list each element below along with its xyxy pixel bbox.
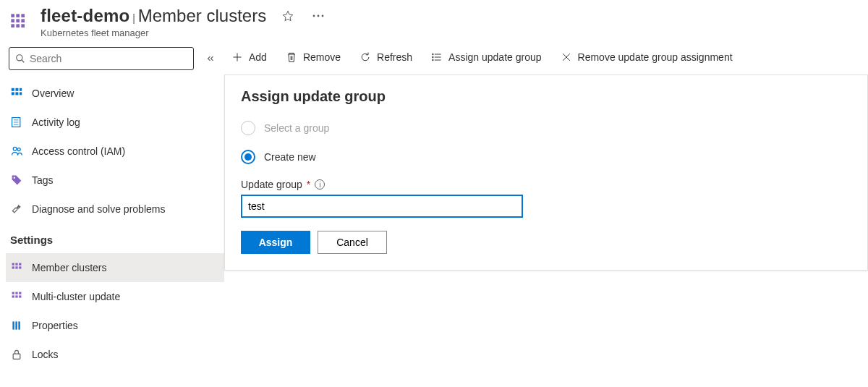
sidebar-item-overview[interactable]: Overview: [6, 79, 224, 108]
plus-icon: [231, 51, 243, 63]
add-button[interactable]: Add: [230, 48, 268, 66]
overview-icon: [10, 87, 23, 100]
svg-rect-17: [15, 92, 18, 95]
command-bar: Add Remove Refresh: [224, 41, 868, 73]
radio-icon: [241, 150, 255, 164]
resource-icon: [9, 12, 30, 33]
sidebar-item-access-control[interactable]: Access control (IAM): [6, 137, 224, 166]
svg-rect-38: [19, 295, 21, 297]
sidebar-item-label: Access control (IAM): [32, 145, 125, 157]
radio-icon: [241, 121, 255, 135]
svg-rect-3: [11, 19, 14, 22]
toolbar-label: Refresh: [377, 51, 412, 63]
main-content: Add Remove Refresh: [224, 41, 868, 387]
refresh-icon: [359, 51, 371, 63]
sidebar-item-diagnose[interactable]: Diagnose and solve problems: [6, 195, 224, 224]
svg-rect-18: [20, 88, 22, 91]
people-icon: [10, 145, 23, 158]
svg-rect-36: [12, 295, 14, 297]
cluster-update-icon: [10, 290, 23, 303]
svg-rect-40: [15, 321, 17, 329]
svg-rect-27: [12, 263, 14, 265]
svg-line-13: [22, 60, 25, 63]
svg-point-10: [318, 15, 320, 17]
sidebar-item-label: Activity log: [32, 116, 80, 128]
assign-button[interactable]: Assign: [241, 231, 310, 254]
sidebar-item-tags[interactable]: Tags: [6, 166, 224, 195]
info-icon[interactable]: i: [315, 179, 325, 190]
svg-rect-42: [13, 354, 20, 359]
svg-rect-2: [21, 14, 25, 17]
svg-rect-32: [19, 266, 21, 268]
svg-point-25: [17, 148, 20, 151]
svg-point-11: [322, 15, 324, 17]
svg-rect-37: [15, 295, 17, 297]
collapse-sidebar-button[interactable]: [203, 51, 218, 67]
required-asterisk: *: [307, 179, 310, 190]
svg-point-50: [433, 54, 434, 55]
list-icon: [431, 51, 443, 63]
sidebar-item-label: Member clusters: [32, 262, 106, 273]
svg-rect-31: [15, 266, 17, 268]
field-label-text: Update group: [241, 179, 302, 190]
svg-rect-0: [11, 14, 14, 17]
sidebar-item-member-clusters[interactable]: Member clusters: [6, 253, 224, 282]
sidebar-item-properties[interactable]: Properties: [6, 311, 224, 340]
svg-rect-4: [16, 19, 20, 22]
remove-update-group-button[interactable]: Remove update group assignment: [559, 48, 734, 66]
page-header: fleet-demo | Member clusters Kubernetes …: [0, 0, 868, 41]
assign-update-group-panel: Assign update group Select a group Creat…: [224, 75, 868, 271]
x-icon: [561, 51, 572, 63]
activity-log-icon: [10, 116, 23, 129]
search-input[interactable]: [30, 53, 187, 64]
sidebar-item-locks[interactable]: Locks: [6, 340, 224, 369]
radio-create-new[interactable]: Create new: [241, 150, 851, 164]
svg-point-24: [13, 147, 17, 150]
refresh-button[interactable]: Refresh: [358, 48, 414, 66]
toolbar-label: Remove update group assignment: [578, 51, 733, 63]
toolbar-label: Assign update group: [448, 51, 541, 63]
svg-rect-8: [21, 24, 25, 27]
sidebar-item-label: Multi-cluster update: [32, 291, 120, 302]
svg-rect-19: [20, 92, 22, 95]
svg-point-52: [433, 59, 434, 61]
search-icon: [15, 54, 25, 64]
wrench-icon: [10, 203, 23, 216]
update-group-field-label: Update group * i: [241, 179, 851, 190]
svg-rect-41: [18, 321, 20, 329]
svg-point-51: [433, 56, 434, 58]
svg-rect-5: [21, 19, 25, 22]
search-input-wrapper[interactable]: [9, 47, 194, 70]
sidebar-item-label: Properties: [32, 320, 78, 331]
sidebar-item-activity-log[interactable]: Activity log: [6, 108, 224, 137]
svg-point-9: [313, 15, 315, 17]
svg-rect-15: [15, 88, 18, 91]
svg-rect-35: [19, 292, 21, 294]
svg-rect-6: [11, 24, 14, 27]
cancel-button[interactable]: Cancel: [318, 231, 387, 254]
cluster-icon: [10, 261, 23, 274]
remove-button[interactable]: Remove: [284, 48, 342, 66]
resource-type-label: Kubernetes fleet manager: [41, 27, 859, 38]
svg-rect-39: [12, 321, 14, 329]
svg-rect-33: [12, 292, 14, 294]
sidebar-item-multi-cluster-update[interactable]: Multi-cluster update: [6, 282, 224, 311]
update-group-input[interactable]: [241, 195, 523, 218]
svg-point-26: [14, 177, 15, 179]
sidebar-section-heading: Settings: [6, 224, 224, 253]
radio-select-group[interactable]: Select a group: [241, 121, 851, 135]
tag-icon: [10, 174, 23, 187]
sidebar-item-label: Diagnose and solve problems: [32, 203, 165, 215]
sidebar-item-label: Locks: [32, 349, 59, 360]
panel-title: Assign update group: [241, 88, 851, 105]
sidebar: Overview Activity log Access control (IA…: [0, 41, 224, 387]
svg-point-12: [17, 55, 22, 61]
svg-rect-30: [12, 266, 14, 268]
svg-rect-29: [19, 263, 21, 265]
svg-rect-7: [16, 24, 20, 27]
svg-rect-16: [12, 92, 14, 95]
assign-update-group-button[interactable]: Assign update group: [430, 48, 542, 66]
more-options-icon[interactable]: [310, 12, 327, 20]
favorite-button[interactable]: [279, 7, 297, 25]
sidebar-item-label: Tags: [32, 174, 54, 186]
